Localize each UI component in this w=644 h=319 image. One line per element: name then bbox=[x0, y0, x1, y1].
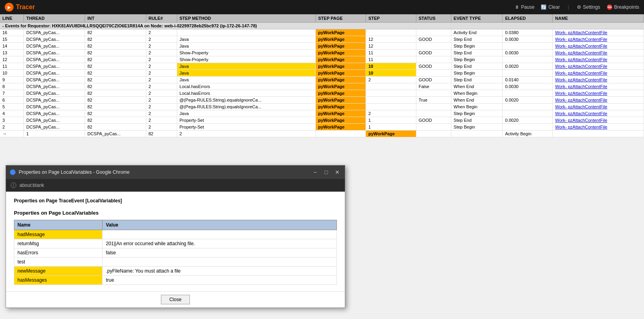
name-cell[interactable]: Work- pzAttachContentFile bbox=[553, 83, 644, 90]
name-cell[interactable]: Work- pzAttachContentFile bbox=[553, 29, 644, 36]
status-cell bbox=[451, 131, 503, 137]
event-type-cell: When Begin bbox=[451, 90, 503, 97]
clear-button[interactable]: 🔄 Clear bbox=[541, 4, 560, 10]
method-cell: Property-Set bbox=[177, 117, 315, 124]
name-link[interactable]: Work- pzAttachContentFile bbox=[555, 71, 607, 75]
name-link[interactable]: Work- pzAttachContentFile bbox=[555, 77, 607, 82]
name-cell[interactable]: Work- pzAttachContentFile bbox=[553, 110, 644, 117]
elapsed-cell: 0.0030 bbox=[503, 50, 553, 56]
tracer-table: LINE THREAD INT RULE# STEP METHOD STEP P… bbox=[0, 14, 644, 137]
name-cell[interactable]: Work- pzAttachContentFile bbox=[553, 50, 644, 56]
elapsed-cell: 0.0020 bbox=[503, 63, 553, 70]
props-col-name: Name bbox=[14, 220, 102, 230]
name-link[interactable]: Work- pzAttachContentFile bbox=[555, 30, 607, 35]
elapsed-cell bbox=[503, 70, 553, 77]
minimize-button[interactable]: − bbox=[311, 169, 319, 175]
name-cell[interactable]: Work- pzAttachContentFile bbox=[553, 43, 644, 50]
name-cell[interactable]: Work- pzAttachContentFile bbox=[553, 124, 644, 131]
thread-cell: DCSPA_pyCas... bbox=[24, 43, 85, 50]
step-cell bbox=[366, 90, 416, 97]
pause-button[interactable]: ⏸ Pause bbox=[514, 4, 534, 10]
thread-cell: DCSPA_pyCas... bbox=[24, 50, 85, 56]
name-link[interactable]: Work- pzAttachContentFile bbox=[555, 64, 607, 69]
name-cell[interactable]: Work- pzAttachContentFile bbox=[553, 77, 644, 83]
int-cell: 82 bbox=[85, 104, 146, 110]
status-cell: GOOD bbox=[416, 117, 451, 124]
step-cell bbox=[366, 104, 416, 110]
table-row: 9DCSPA_pyCas...822JavapyWorkPage2GOODSte… bbox=[0, 77, 644, 83]
step-page-cell: pyWorkPage bbox=[315, 110, 366, 117]
close-button[interactable]: Close bbox=[161, 295, 190, 304]
name-link[interactable]: Work- pzAttachContentFile bbox=[555, 98, 607, 102]
rule-cell: 2 bbox=[146, 97, 177, 104]
step-page-cell: pyWorkPage bbox=[315, 70, 366, 77]
int-cell: 82 bbox=[85, 124, 146, 131]
name-link[interactable]: Work- pzAttachContentFile bbox=[555, 91, 607, 96]
table-row: →1DCSPA_pyCas...822pyWorkPageActivity Be… bbox=[0, 131, 644, 137]
method-cell: Java bbox=[177, 63, 315, 70]
arrow-cell: 16 bbox=[0, 29, 24, 36]
name-cell[interactable]: Work- pzAttachContentFile bbox=[553, 70, 644, 77]
name-cell[interactable]: Work- pzAttachContentFile bbox=[553, 36, 644, 43]
name-cell[interactable]: Work- pzAttachContentFile bbox=[553, 104, 644, 110]
arrow-cell: 7 bbox=[0, 90, 24, 97]
name-cell[interactable]: Work- pzAttachContentFile bbox=[553, 63, 644, 70]
int-cell: 82 bbox=[85, 43, 146, 50]
method-cell: Java bbox=[177, 70, 315, 77]
name-cell[interactable]: Work- pzAttachContentFile bbox=[553, 90, 644, 97]
step-page-cell: pyWorkPage bbox=[315, 97, 366, 104]
event-type-cell: When End bbox=[451, 97, 503, 104]
arrow-cell: 10 bbox=[0, 70, 24, 77]
col-thread: THREAD bbox=[24, 14, 85, 23]
name-cell[interactable]: Work- pzAttachContentFile bbox=[553, 56, 644, 63]
name-link[interactable]: Work- pzAttachContentFile bbox=[555, 57, 607, 62]
props-row: newMessage.pyFileName: You must attach a… bbox=[14, 267, 337, 276]
chrome-favicon-icon bbox=[10, 169, 15, 175]
event-header-cell: - Events for Requestor: HXK81AVU8DI4LLRS… bbox=[0, 23, 644, 29]
method-cell: @(Pega-RULES:String).equalsIgnoreCa... bbox=[177, 97, 315, 104]
arrow-cell: 3 bbox=[0, 117, 24, 124]
name-cell[interactable]: Work- pzAttachContentFile bbox=[553, 117, 644, 124]
settings-button[interactable]: ⚙ Settings bbox=[577, 4, 600, 10]
prop-name-cell: returnMsg bbox=[14, 239, 102, 248]
thread-cell: DCSPA_pyCas... bbox=[24, 56, 85, 63]
app-name: Tracer bbox=[16, 4, 35, 11]
chrome-titlebar: Properties on Page LocalVariables - Goog… bbox=[6, 165, 345, 179]
table-row: 3DCSPA_pyCas...822Property-SetpyWorkPage… bbox=[0, 117, 644, 124]
name-link[interactable]: Work- pzAttachContentFile bbox=[555, 44, 607, 48]
breakpoints-button[interactable]: ⛔ Breakpoints bbox=[607, 4, 639, 10]
step-cell: 11 bbox=[366, 56, 416, 63]
step-page-cell: pyWorkPage bbox=[315, 50, 366, 56]
prop-value-cell: .pyFileName: You must attach a file bbox=[102, 267, 337, 276]
col-elapsed: ELAPSED bbox=[503, 14, 553, 23]
logo-icon: ▶ bbox=[5, 3, 14, 12]
app-logo: ▶ Tracer bbox=[5, 3, 35, 12]
maximize-button[interactable]: □ bbox=[323, 169, 330, 175]
name-link[interactable]: Work- pzAttachContentFile bbox=[555, 118, 607, 123]
arrow-cell: 13 bbox=[0, 50, 24, 56]
elapsed-cell: 0.0020 bbox=[503, 117, 553, 124]
name-link[interactable]: Work- pzAttachContentFile bbox=[555, 50, 607, 55]
rule-cell: 2 bbox=[146, 90, 177, 97]
name-cell[interactable]: Work- pzAttachContentFile bbox=[553, 97, 644, 104]
name-link[interactable]: Work- pzAttachContentFile bbox=[555, 111, 607, 116]
step-page-cell: pyWorkPage bbox=[315, 117, 366, 124]
name-link[interactable]: Work- pzAttachContentFile bbox=[555, 37, 607, 42]
name-link[interactable]: Work- pzAttachContentFile bbox=[555, 104, 607, 109]
rule-cell: 2 bbox=[146, 124, 177, 131]
table-row: 7DCSPA_pyCas...822Local.hasErrorspyWorkP… bbox=[0, 90, 644, 97]
method-cell: Show-Property bbox=[177, 50, 315, 56]
name-link[interactable]: Work- pzAttachContentFile bbox=[555, 125, 607, 129]
event-type-cell: Step Begin bbox=[451, 124, 503, 131]
col-step-method: STEP METHOD bbox=[177, 14, 315, 23]
address-info-icon: i bbox=[11, 183, 16, 188]
method-cell: Java bbox=[177, 36, 315, 43]
step-page-cell: pyWorkPage bbox=[315, 77, 366, 83]
rule-cell: 2 bbox=[146, 117, 177, 124]
method-cell: @(Pega-RULES:String).equalsIgnoreCa... bbox=[177, 104, 315, 110]
int-cell: 82 bbox=[85, 97, 146, 104]
close-window-button[interactable]: ✕ bbox=[334, 169, 341, 175]
arrow-cell: 8 bbox=[0, 83, 24, 90]
col-step: STEP bbox=[366, 14, 416, 23]
name-link[interactable]: Work- pzAttachContentFile bbox=[555, 84, 607, 89]
